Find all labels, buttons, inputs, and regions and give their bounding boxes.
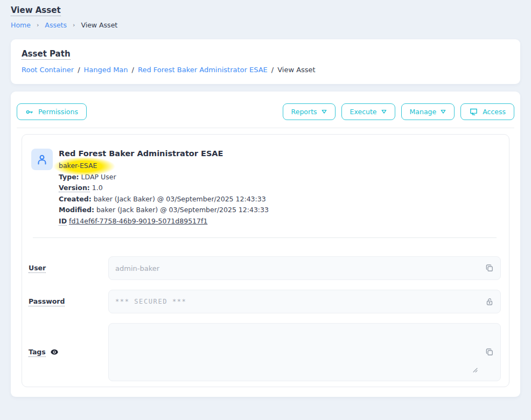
key-icon — [25, 108, 34, 116]
path-root-container-link[interactable]: Root Container — [22, 66, 74, 74]
toolbar: Permissions Reports Execute — [17, 103, 514, 120]
asset-detail-card: Permissions Reports Execute — [11, 92, 520, 397]
page-header: View Asset Home › Assets › View Asset — [0, 0, 531, 29]
asset-path-title: Asset Path — [22, 49, 71, 60]
toolbar-divider — [17, 128, 514, 128]
reports-dropdown-button[interactable]: Reports — [283, 103, 336, 120]
copy-icon — [485, 351, 494, 359]
page-title: View Asset — [11, 5, 61, 16]
id-label: ID — [59, 217, 67, 226]
asset-form: User admin-baker — [29, 238, 501, 381]
access-button-label: Access — [483, 108, 506, 116]
breadcrumb-assets-link[interactable]: Assets — [45, 21, 67, 29]
user-field-row: User admin-baker — [29, 256, 501, 280]
user-field-label-col: User — [29, 264, 108, 273]
breadcrumb-separator: › — [37, 22, 39, 29]
asset-modified-row: Modified: baker (Jack Baker) @ 03/Septem… — [59, 205, 269, 216]
monitor-up-icon — [469, 107, 478, 116]
user-field-value: admin-baker — [115, 264, 159, 272]
created-label: Created: — [59, 195, 92, 203]
resize-grip-icon[interactable] — [472, 367, 478, 373]
asset-head: Red Forest Baker Administrator ESAE bake… — [29, 149, 501, 227]
password-field-value: *** SECURED *** — [115, 298, 186, 305]
user-field-label: User — [29, 264, 46, 273]
execute-dropdown-button[interactable]: Execute — [341, 103, 395, 120]
version-label: Version: — [59, 184, 90, 192]
asset-id-row: ID fd14ef6f-7758-46b9-9019-5071d89517f1 — [59, 216, 269, 227]
access-button[interactable]: Access — [460, 103, 514, 120]
path-current: View Asset — [277, 66, 316, 74]
asset-path-card: Asset Path Root Container / Hanged Man /… — [11, 39, 520, 84]
copy-icon — [485, 267, 494, 275]
reveal-password-button[interactable] — [485, 297, 494, 306]
chevron-down-icon — [441, 109, 446, 114]
path-separator: / — [78, 66, 80, 74]
chevron-down-icon — [322, 109, 327, 114]
execute-dropdown-label: Execute — [350, 108, 377, 116]
user-field: admin-baker — [108, 256, 501, 280]
asset-alias: baker-ESAE — [59, 160, 97, 172]
permissions-button[interactable]: Permissions — [17, 103, 87, 120]
path-separator: / — [132, 66, 134, 74]
breadcrumb: Home › Assets › View Asset — [11, 21, 520, 29]
breadcrumb-current: View Asset — [81, 21, 117, 29]
tags-field — [108, 323, 501, 381]
asset-created-row: Created: baker (Jack Baker) @ 03/Septemb… — [59, 194, 269, 205]
path-separator: / — [271, 66, 274, 74]
created-value: baker (Jack Baker) @ 03/September/2025 1… — [94, 195, 266, 203]
tags-textarea[interactable] — [115, 324, 477, 381]
breadcrumb-separator: › — [73, 22, 75, 29]
toolbar-right-group: Reports Execute Manage — [283, 103, 514, 120]
password-field-label: Password — [29, 297, 65, 306]
chevron-down-icon — [381, 109, 387, 114]
asset-info: Red Forest Baker Administrator ESAE bake… — [59, 149, 269, 227]
asset-version-row: Version: 1.0 — [59, 183, 269, 194]
password-field: *** SECURED *** — [108, 290, 501, 313]
modified-label: Modified: — [59, 206, 94, 214]
copy-user-button[interactable] — [485, 263, 494, 273]
permissions-button-label: Permissions — [38, 108, 78, 116]
password-field-row: Password *** SECURED *** — [29, 290, 501, 313]
asset-summary-card: Red Forest Baker Administrator ESAE bake… — [22, 134, 509, 387]
path-hanged-man-link[interactable]: Hanged Man — [84, 66, 128, 74]
copy-tags-button[interactable] — [485, 347, 494, 357]
eye-icon[interactable] — [50, 348, 59, 356]
version-value: 1.0 — [92, 184, 103, 192]
reports-dropdown-label: Reports — [291, 108, 317, 116]
tags-field-label-col: Tags — [29, 348, 108, 357]
path-asset-link[interactable]: Red Forest Baker Administrator ESAE — [138, 66, 268, 74]
password-field-label-col: Password — [29, 297, 108, 306]
asset-path-breadcrumb: Root Container / Hanged Man / Red Forest… — [22, 66, 509, 74]
id-value: fd14ef6f-7758-46b9-9019-5071d89517f1 — [69, 217, 207, 225]
tags-field-row: Tags — [29, 323, 501, 381]
user-avatar-icon — [31, 149, 53, 170]
manage-dropdown-label: Manage — [410, 108, 437, 116]
manage-dropdown-button[interactable]: Manage — [401, 103, 455, 120]
modified-value: baker (Jack Baker) @ 03/September/2025 1… — [96, 206, 269, 214]
tags-field-label: Tags — [29, 348, 46, 357]
breadcrumb-home-link[interactable]: Home — [11, 21, 31, 29]
unlock-icon — [485, 300, 494, 308]
